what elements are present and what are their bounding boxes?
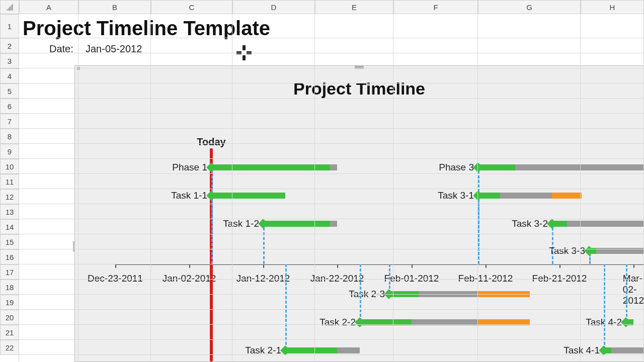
task-bar-segment[interactable]	[478, 193, 500, 199]
gridline	[19, 53, 644, 53]
task-bar-segment[interactable]	[604, 347, 611, 353]
row-header[interactable]: 8	[0, 129, 19, 144]
axis-tick-label: Jan-12-2012	[236, 273, 290, 284]
chart-edge-handle[interactable]	[355, 66, 364, 69]
row-header[interactable]: 3	[0, 53, 19, 68]
page-title: Project Timeline Template	[23, 17, 270, 40]
gridline	[393, 14, 393, 362]
task-bar-segment[interactable]	[263, 221, 330, 227]
axis-tick	[337, 264, 338, 268]
row-header[interactable]: 2	[0, 38, 19, 53]
gridline	[19, 354, 644, 355]
row-header[interactable]: 20	[0, 310, 19, 325]
select-all-corner[interactable]	[0, 0, 19, 14]
row-header[interactable]: 15	[0, 234, 19, 249]
row-header[interactable]: 21	[0, 325, 19, 340]
gridline	[19, 38, 644, 38]
row-header[interactable]: 11	[0, 174, 19, 189]
gridline	[19, 234, 644, 234]
task-bar-segment[interactable]	[552, 221, 567, 227]
task-bar-segment[interactable]	[211, 164, 330, 170]
row-header[interactable]: 9	[0, 144, 19, 159]
task-label: Task 2-2	[319, 317, 360, 328]
task-label: Phase 3	[439, 162, 478, 173]
task-bar-segment[interactable]	[552, 193, 582, 199]
task-bar-segment[interactable]	[567, 221, 644, 227]
task-label: Task 3-2	[512, 218, 552, 229]
axis-tick	[559, 264, 560, 268]
task-dropline	[360, 264, 361, 321]
gridline	[19, 219, 644, 219]
gridline	[78, 14, 78, 362]
row-header[interactable]: 12	[0, 189, 19, 204]
task-dropline	[604, 264, 605, 349]
task-dropline	[211, 195, 213, 264]
column-header[interactable]: A	[19, 0, 78, 14]
row-header[interactable]: 4	[0, 68, 19, 83]
gridline	[477, 14, 478, 362]
row-header[interactable]: 17	[0, 264, 19, 280]
today-label: Today	[197, 136, 225, 148]
axis-tick-label: Feb-11-2012	[458, 273, 513, 284]
gridline	[19, 113, 644, 114]
gridline	[19, 264, 644, 264]
project-timeline-chart[interactable]: Project Timeline Dec-23-2011Jan-02-2012J…	[74, 65, 644, 362]
gridline	[580, 14, 581, 362]
row-header[interactable]: 18	[0, 280, 19, 295]
task-bar-segment[interactable]	[285, 347, 337, 353]
gridline	[314, 14, 315, 362]
task-bar-segment[interactable]	[611, 347, 644, 353]
row-header[interactable]: 6	[0, 99, 19, 114]
row-header[interactable]: 5	[0, 83, 19, 99]
gridline	[19, 339, 644, 340]
axis-tick-label: Jan-02-2012	[163, 273, 216, 284]
row-header[interactable]: 13	[0, 204, 19, 219]
column-header[interactable]: E	[315, 0, 393, 14]
column-header[interactable]: G	[478, 0, 581, 14]
task-bar-segment[interactable]	[478, 164, 515, 170]
axis-tick	[633, 264, 634, 268]
axis-tick	[263, 264, 264, 268]
gridline	[19, 173, 644, 174]
task-bar-segment[interactable]	[330, 164, 337, 170]
column-header[interactable]: H	[581, 0, 644, 14]
row-header[interactable]: 16	[0, 249, 19, 264]
row-header[interactable]: 10	[0, 159, 19, 174]
gridline	[232, 14, 232, 362]
task-bar-segment[interactable]	[337, 347, 360, 353]
axis-tick	[115, 264, 116, 268]
column-header[interactable]: F	[393, 0, 478, 14]
axis-tick-label: Dec-23-2011	[88, 273, 143, 284]
task-bar-segment[interactable]	[515, 164, 644, 170]
gridline	[19, 189, 644, 189]
column-header[interactable]: B	[78, 0, 151, 14]
row-header[interactable]: 22	[0, 340, 19, 355]
row-header[interactable]: 1	[0, 14, 19, 38]
task-label: Task 1-1	[171, 190, 211, 201]
task-label: Task 3-3	[549, 245, 589, 256]
gridline	[19, 279, 644, 280]
chart-corner-handle[interactable]	[77, 67, 80, 70]
gridline	[19, 68, 644, 68]
task-label: Task 4-2	[586, 317, 626, 328]
axis-tick	[189, 264, 190, 268]
task-bar-segment[interactable]	[211, 193, 285, 199]
gridline	[19, 249, 644, 249]
row-header[interactable]: 7	[0, 114, 19, 129]
task-label: Task 1-2	[223, 218, 263, 229]
column-header[interactable]: C	[151, 0, 232, 14]
task-dropline	[263, 223, 265, 264]
task-dropline	[478, 195, 479, 264]
gridline	[19, 204, 644, 204]
task-label: Phase 1	[172, 162, 211, 173]
column-header[interactable]: D	[232, 0, 315, 14]
task-bar-segment[interactable]	[330, 221, 337, 227]
gridline	[19, 158, 644, 159]
task-dropline	[626, 264, 627, 321]
row-header[interactable]: 14	[0, 219, 19, 234]
task-bar-segment[interactable]	[500, 193, 552, 199]
gridline	[19, 294, 644, 295]
axis-tick-label: Feb-21-2012	[532, 273, 587, 284]
axis-tick	[486, 264, 487, 268]
row-header[interactable]: 19	[0, 295, 19, 310]
